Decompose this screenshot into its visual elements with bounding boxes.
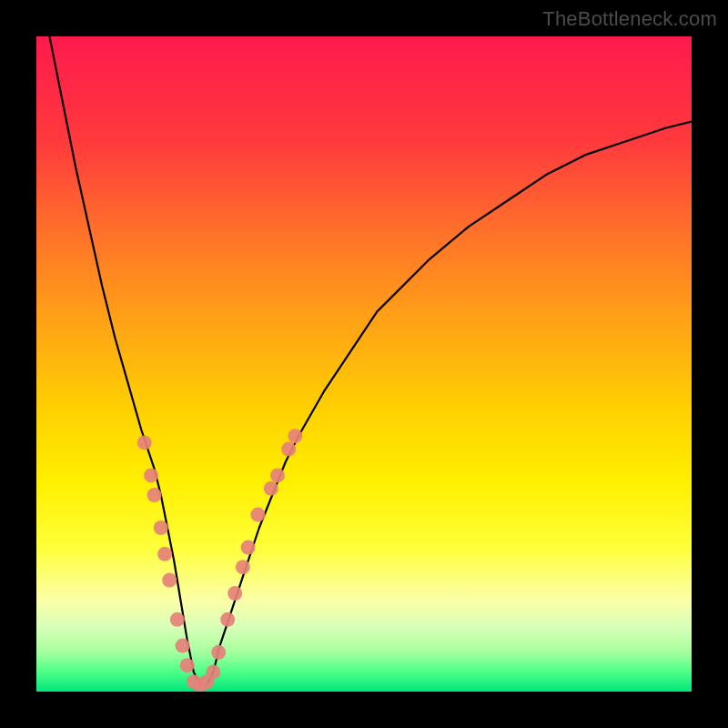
data-marker xyxy=(144,468,158,482)
chart-svg xyxy=(36,36,692,692)
v-curve xyxy=(49,36,692,685)
data-marker xyxy=(147,488,162,502)
data-marker xyxy=(162,573,177,588)
data-marker xyxy=(211,645,226,660)
data-marker xyxy=(228,586,242,601)
watermark-text: TheBottleneck.com xyxy=(542,7,717,31)
data-marker xyxy=(180,658,195,672)
data-marker xyxy=(206,664,220,679)
data-marker xyxy=(241,541,256,555)
data-marker xyxy=(157,547,172,561)
data-marker xyxy=(264,481,278,496)
data-marker xyxy=(170,612,185,627)
chart-frame: TheBottleneck.com xyxy=(0,0,728,728)
data-marker xyxy=(220,612,235,627)
plot-area xyxy=(36,36,692,692)
data-marker xyxy=(288,429,302,443)
data-marker xyxy=(137,435,152,450)
data-marker xyxy=(236,560,250,574)
data-marker xyxy=(270,468,285,482)
data-marker xyxy=(250,508,265,522)
data-marker xyxy=(281,442,296,457)
data-markers xyxy=(137,429,303,692)
data-marker xyxy=(154,521,168,535)
data-marker xyxy=(176,639,190,653)
